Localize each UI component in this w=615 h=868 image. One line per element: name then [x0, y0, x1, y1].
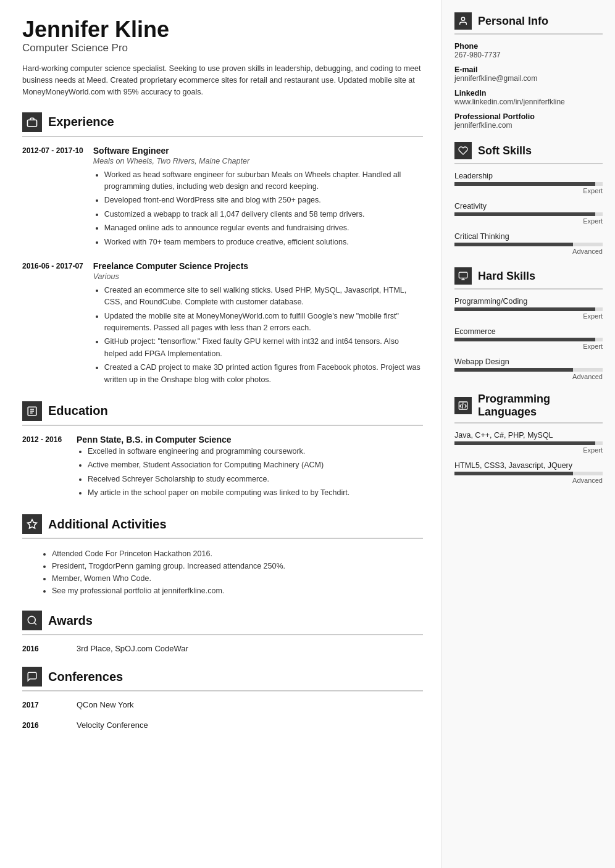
soft-skills-icon — [454, 142, 472, 159]
exp-org-0: Meals on Wheels, Two Rivers, Maine Chapt… — [93, 157, 423, 165]
prog-lang-level-1: Advanced — [454, 477, 603, 484]
exp-bullets-1: Created an ecommerce site to sell walkin… — [93, 285, 423, 386]
experience-title: Experience — [48, 115, 114, 129]
hard-skill-level-1: Expert — [454, 343, 603, 350]
prog-lang-bar-0 — [454, 441, 603, 445]
linkedin-item: LinkedIn www.linkedin.com/in/jenniferfkl… — [454, 89, 603, 106]
awards-section: Awards 2016 3rd Place, SpOJ.com CodeWar — [22, 611, 423, 653]
prog-lang-1: HTML5, CSS3, Javascript, JQuery Advanced — [454, 461, 603, 484]
award-year-0: 2016 — [22, 644, 67, 653]
hard-skill-bar-2 — [454, 368, 603, 372]
activity-item: See my professional portfolio at jennife… — [52, 585, 423, 597]
award-entry-0: 2016 3rd Place, SpOJ.com CodeWar — [22, 644, 423, 653]
edu-bullet: My article in the school paper on mobile… — [88, 487, 423, 499]
exp-content-0: Software Engineer Meals on Wheels, Two R… — [93, 146, 423, 250]
soft-skill-fill-0 — [454, 182, 595, 186]
hard-skills-title: Hard Skills — [478, 270, 535, 283]
soft-skill-bar-2 — [454, 243, 603, 246]
soft-skill-name-0: Leadership — [454, 172, 603, 180]
soft-skill-fill-2 — [454, 243, 573, 246]
soft-skill-name-1: Creativity — [454, 202, 603, 211]
portfolio-label: Professional Portfolio — [454, 112, 603, 121]
exp-bullet: GitHub project: "tensorflow." Fixed faul… — [104, 336, 423, 360]
hard-skill-level-0: Expert — [454, 312, 603, 320]
personal-info-header: Personal Info — [454, 12, 603, 35]
hard-skills-section: Hard Skills Programming/Coding Expert Ec… — [454, 267, 603, 380]
edu-bullet: Excelled in software engineering and pro… — [88, 446, 423, 457]
experience-icon — [22, 112, 42, 132]
svg-rect-0 — [28, 120, 37, 127]
exp-jobtitle-0: Software Engineer — [93, 146, 423, 156]
svg-marker-2 — [28, 520, 37, 528]
prog-lang-bar-1 — [454, 472, 603, 475]
soft-skill-fill-1 — [454, 212, 595, 216]
exp-bullet: Developed front-end WordPress site and b… — [104, 194, 423, 206]
phone-label: Phone — [454, 42, 603, 51]
edu-bullets-0: Excelled in software engineering and pro… — [77, 446, 423, 499]
linkedin-value: www.linkedin.com/in/jenniferfkline — [454, 98, 603, 106]
exp-bullet: Created a CAD project to make 3D printed… — [104, 362, 423, 386]
edu-content-0: Penn State, B.S. in Computer Science Exc… — [77, 435, 423, 501]
portfolio-item: Professional Portfolio jenniferfkline.co… — [454, 112, 603, 130]
hard-skill-level-2: Advanced — [454, 373, 603, 380]
exp-bullet: Worked as head software engineer for sub… — [104, 169, 423, 193]
portfolio-value: jenniferfkline.com — [454, 121, 603, 130]
soft-skill-2: Critical Thinking Advanced — [454, 232, 603, 255]
conferences-title: Conferences — [48, 670, 123, 684]
experience-header: Experience — [22, 112, 423, 137]
experience-entry-1: 2016-06 - 2017-07 Freelance Computer Sci… — [22, 261, 423, 388]
conferences-icon — [22, 667, 42, 686]
activities-title: Additional Activities — [48, 517, 167, 532]
hard-skill-name-0: Programming/Coding — [454, 297, 603, 306]
right-column: Personal Info Phone 267-980-7737 E-mail … — [442, 0, 615, 868]
soft-skill-1: Creativity Expert — [454, 202, 603, 225]
hard-skill-1: Ecommerce Expert — [454, 327, 603, 350]
prog-lang-0: Java, C++, C#, PHP, MySQL Expert — [454, 431, 603, 454]
conf-entry-0: 2017 QCon New York — [22, 700, 423, 709]
conf-entry-1: 2016 Velocity Conference — [22, 720, 423, 730]
activities-icon — [22, 514, 42, 534]
svg-point-5 — [461, 17, 464, 20]
personal-info-title: Personal Info — [478, 15, 548, 28]
education-header: Education — [22, 401, 423, 426]
hard-skills-icon — [454, 267, 472, 285]
phone-item: Phone 267-980-7737 — [454, 42, 603, 59]
prog-lang-icon — [454, 397, 472, 414]
education-icon — [22, 401, 42, 421]
hard-skill-0: Programming/Coding Expert — [454, 297, 603, 320]
awards-title: Awards — [48, 614, 93, 628]
soft-skill-0: Leadership Expert — [454, 172, 603, 194]
exp-bullets-0: Worked as head software engineer for sub… — [93, 169, 423, 248]
awards-header: Awards — [22, 611, 423, 635]
prog-lang-fill-0 — [454, 441, 595, 445]
conf-year-0: 2017 — [22, 700, 67, 709]
email-item: E-mail jenniferfkline@gmail.com — [454, 65, 603, 83]
exp-bullet: Updated the mobile site at MoneyMoneyWor… — [104, 311, 423, 335]
soft-skill-bar-1 — [454, 212, 603, 216]
hard-skill-2: Webapp Design Advanced — [454, 357, 603, 380]
phone-value: 267-980-7737 — [454, 51, 603, 59]
conf-name-1: Velocity Conference — [77, 720, 423, 730]
edu-degree-0: Penn State, B.S. in Computer Science — [77, 435, 423, 444]
soft-skill-level-1: Expert — [454, 217, 603, 225]
hard-skill-bar-1 — [454, 338, 603, 341]
exp-bullet: Managed online ads to announce regular e… — [104, 222, 423, 234]
linkedin-label: LinkedIn — [454, 89, 603, 98]
education-title: Education — [48, 404, 108, 418]
prog-lang-level-0: Expert — [454, 446, 603, 454]
svg-point-3 — [28, 617, 35, 624]
hard-skill-name-1: Ecommerce — [454, 327, 603, 336]
left-column: Jennifer Kline Computer Science Pro Hard… — [0, 0, 442, 868]
exp-bullet: Worked with 70+ team members to produce … — [104, 236, 423, 248]
experience-entry-0: 2012-07 - 2017-10 Software Engineer Meal… — [22, 146, 423, 250]
hard-skill-fill-2 — [454, 368, 573, 372]
email-label: E-mail — [454, 65, 603, 74]
award-desc-0: 3rd Place, SpOJ.com CodeWar — [77, 644, 423, 653]
personal-info-section: Personal Info Phone 267-980-7737 E-mail … — [454, 12, 603, 130]
education-section: Education 2012 - 2016 Penn State, B.S. i… — [22, 401, 423, 501]
prog-lang-header: Programming Languages — [454, 393, 603, 424]
hard-skills-header: Hard Skills — [454, 267, 603, 290]
activity-item: Attended Code For Princeton Hackathon 20… — [52, 548, 423, 560]
awards-icon — [22, 611, 42, 630]
activities-list: Attended Code For Princeton Hackathon 20… — [22, 548, 423, 597]
